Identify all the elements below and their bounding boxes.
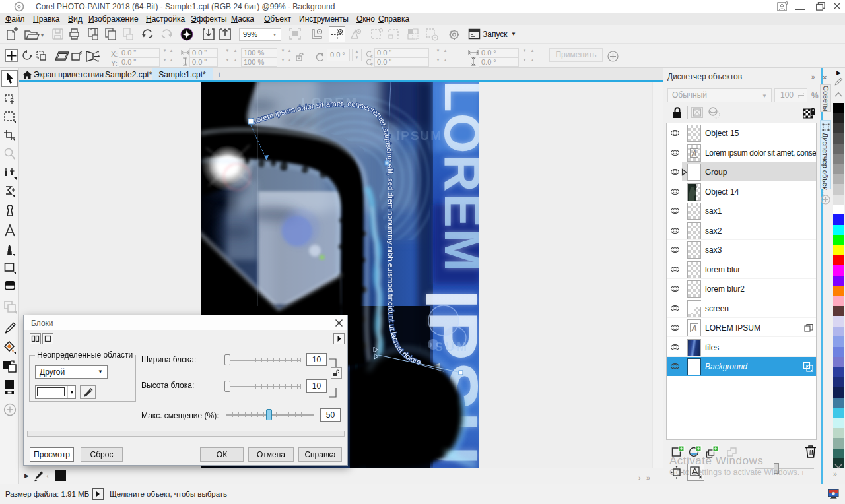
svg-text:LOREM: LOREM xyxy=(434,82,479,273)
svg-text:y: y xyxy=(371,62,374,66)
svg-text:IPSUM: IPSUM xyxy=(396,129,442,142)
